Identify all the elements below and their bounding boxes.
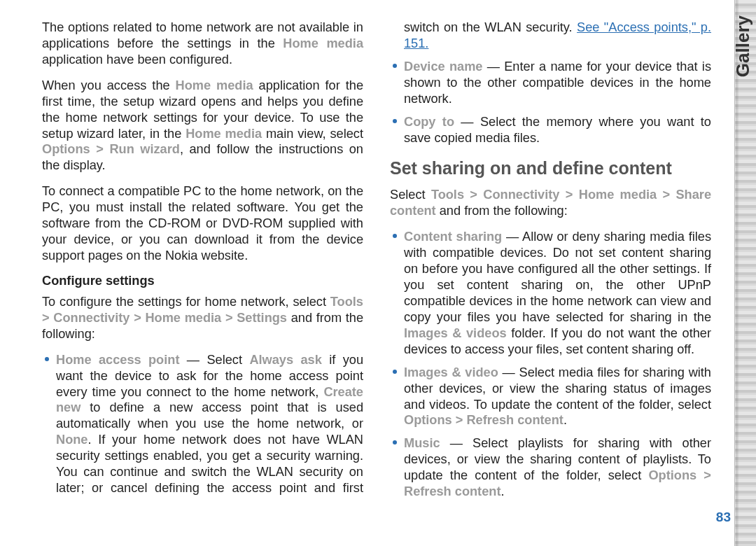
page-edge: Gallery 83 <box>714 0 756 546</box>
page-number: 83 <box>716 510 731 525</box>
paragraph: Select Tools > Connectivity > Home media… <box>390 187 711 219</box>
list-item: Images & video — Select media files for … <box>404 365 711 429</box>
manual-page: The options related to home network are … <box>0 0 711 546</box>
list-item: Copy to — Select the memory where you wa… <box>404 114 711 146</box>
list-item: Content sharing — Allow or deny sharing … <box>404 229 711 357</box>
section-tab-label: Gallery <box>732 15 754 77</box>
paragraph: To connect a compatible PC to the home n… <box>42 183 363 264</box>
book-pages-edge <box>734 0 756 546</box>
paragraph: To configure the settings for home netwo… <box>42 294 363 342</box>
bullet-list: Content sharing — Allow or deny sharing … <box>390 229 711 500</box>
text-columns: The options related to home network are … <box>42 20 711 526</box>
subheading-configure-settings: Configure settings <box>42 274 363 288</box>
list-item: Music — Select playlists for sharing wit… <box>404 435 711 500</box>
paragraph: When you access the Home media applicati… <box>42 78 363 174</box>
heading-set-sharing: Set sharing on and define content <box>390 158 711 178</box>
paragraph: The options related to home network are … <box>42 20 363 68</box>
list-item: Device name — Enter a name for your devi… <box>404 59 711 107</box>
